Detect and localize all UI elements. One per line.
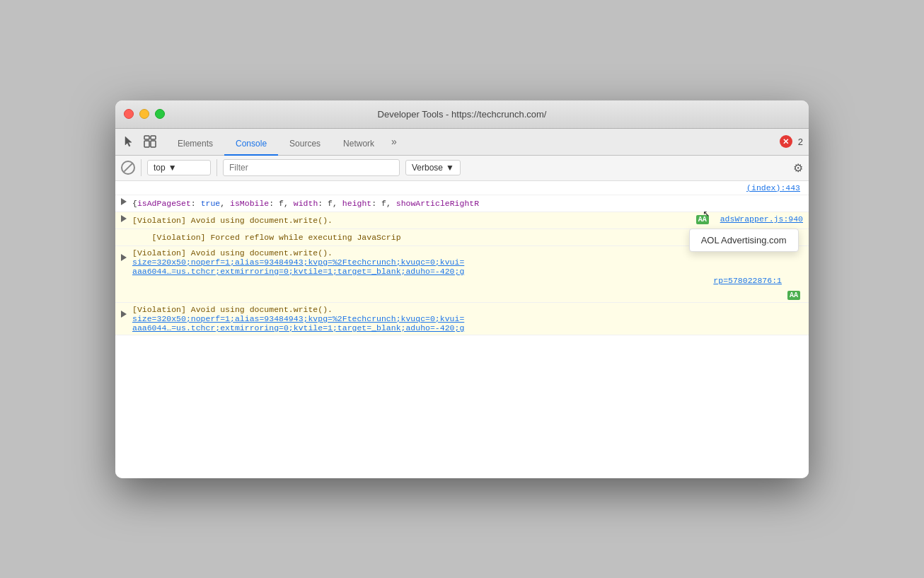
index-ref[interactable]: (index):443 [746,183,800,192]
filter-input[interactable] [223,159,400,176]
console-line-violation-3: [Violation] Avoid using document.write()… [115,303,809,335]
violation-subline-3-1: size=320x50;noperf=1;alias=93484943;kvpg… [132,314,803,323]
svg-rect-1 [151,136,156,139]
error-badge-icon: ✕ [780,135,792,148]
console-toolbar: top ▼ Verbose ▼ ⚙ [115,156,809,181]
inspect-tool-icon[interactable] [142,134,158,149]
window-title: Developer Tools - https://techcrunch.com… [378,109,547,120]
tab-tools [121,129,158,155]
devtools-window: Developer Tools - https://techcrunch.com… [115,100,809,478]
toolbar-divider-1 [141,159,142,176]
toolbar-divider-2 [216,159,217,176]
expand-triangle-object[interactable] [121,198,127,205]
svg-rect-2 [144,141,149,147]
verbose-select[interactable]: Verbose ▼ [405,160,461,175]
violation-subline-2-1: size=320x50;noperf=1;alias=93484943;kvpg… [132,258,782,267]
tab-bar-right: ✕ 2 [780,129,803,155]
line-right-1: AA AOL Advertising.com ↖ adsWrapper.js:9… [696,214,803,224]
aa-badge-container-1: AA AOL Advertising.com ↖ [696,214,712,224]
console-line-violation-1: [Violation] Avoid using document.write()… [115,212,809,229]
violation-subline-2-2: aaa6044…=us.tchcr;extmirroring=0;kvtile=… [132,267,782,276]
expand-triangle-v3[interactable] [121,311,127,318]
tooltip-aol: AOL Advertising.com [689,229,799,252]
aa-badge-container-2: AA [782,248,803,300]
settings-button[interactable]: ⚙ [793,161,803,175]
traffic-lights [124,109,165,119]
violation-text-3: [Violation] Avoid using document.write()… [132,305,803,314]
tab-console[interactable]: Console [224,133,278,156]
minimize-button[interactable] [139,109,149,119]
violation-content-1: [Violation] Avoid using document.write()… [132,214,696,226]
more-tabs-button[interactable]: » [386,129,403,155]
violation-subline-2-3-container: rp=578022876:1 [132,276,782,285]
expand-triangle-v1[interactable] [121,215,127,222]
aa-badge-1[interactable]: AA [696,215,709,224]
close-button[interactable] [124,109,134,119]
tabs: Elements Console Sources Network [166,129,386,155]
object-content: {isAdPageSet: true, isMobile: f, width: … [132,197,803,209]
title-bar: Developer Tools - https://techcrunch.com… [115,100,809,129]
context-select[interactable]: top ▼ [147,160,211,175]
error-count: 2 [798,137,803,147]
svg-rect-0 [144,136,149,139]
violation-subline-3-2: aaa6044…=us.tchcr;extmirroring=0;kvtile=… [132,323,803,333]
file-ref-1[interactable]: adsWrapper.js:940 [715,214,803,224]
svg-rect-3 [151,141,156,147]
context-label: top [154,163,166,173]
tab-elements[interactable]: Elements [166,133,224,156]
maximize-button[interactable] [155,109,165,119]
violation-text-2: [Violation] Avoid using document.write()… [132,248,782,258]
verbose-label: Verbose [412,163,443,173]
console-line-index: (index):443 [115,181,809,195]
console-line-violation-2: [Violation] Avoid using document.write()… [115,246,809,303]
cursor-tool-icon[interactable] [121,134,137,149]
clear-console-button[interactable] [121,161,135,175]
verbose-dropdown-icon: ▼ [446,163,454,173]
tab-network[interactable]: Network [332,133,386,156]
tab-sources[interactable]: Sources [278,133,332,156]
console-line-object: {isAdPageSet: true, isMobile: f, width: … [115,195,809,212]
aa-badge-2[interactable]: AA [787,291,800,300]
expand-triangle-v2[interactable] [121,254,127,261]
context-dropdown-icon: ▼ [168,163,177,173]
violation-subline-2-3: rp=578022876:1 [713,276,782,285]
tab-bar: Elements Console Sources Network » ✕ 2 [115,129,809,156]
console-content: (index):443 {isAdPageSet: true, isMobile… [115,181,809,478]
